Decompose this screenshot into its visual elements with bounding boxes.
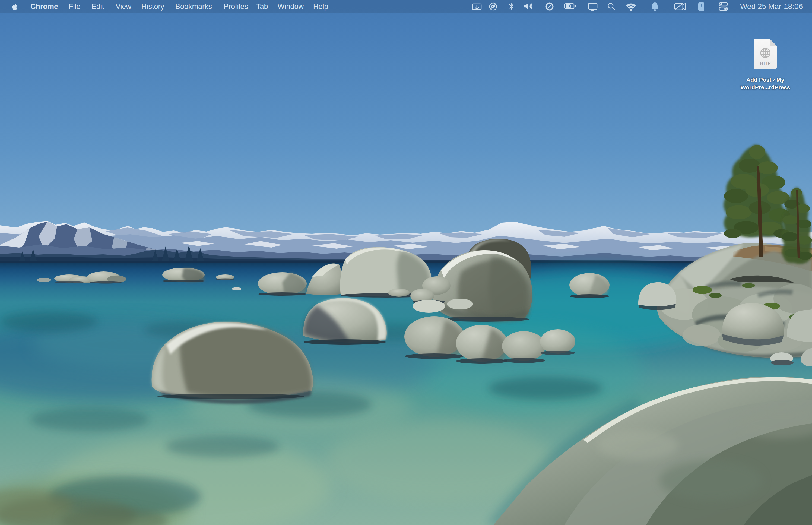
svg-text:18:06: 18:06 [784,2,803,11]
svg-text:HTTP: HTTP [760,61,770,65]
svg-text:Wed 25 Mar: Wed 25 Mar [740,2,781,11]
